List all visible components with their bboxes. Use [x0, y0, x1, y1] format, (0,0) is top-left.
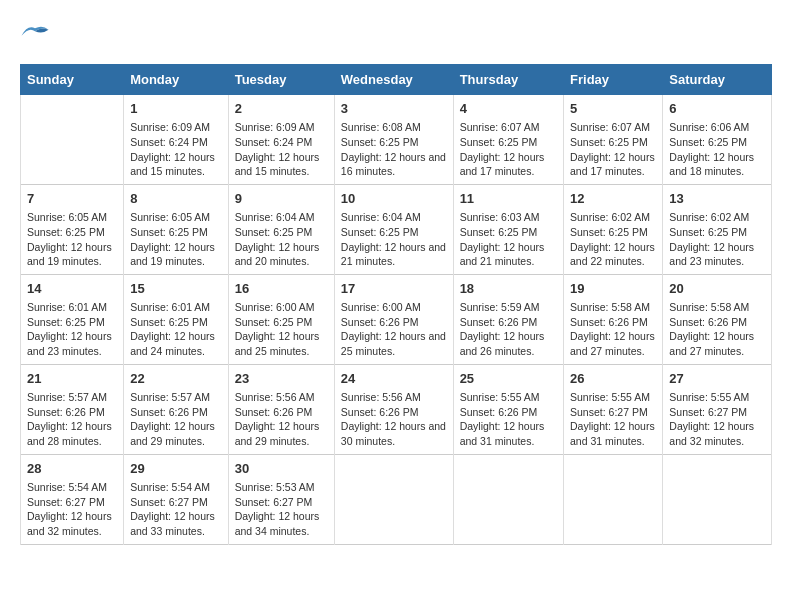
day-info: Sunrise: 6:02 AMSunset: 6:25 PMDaylight:… [669, 210, 765, 269]
calendar-cell: 4Sunrise: 6:07 AMSunset: 6:25 PMDaylight… [453, 95, 563, 185]
calendar-header-row: SundayMondayTuesdayWednesdayThursdayFrid… [21, 65, 772, 95]
day-info: Sunrise: 6:05 AMSunset: 6:25 PMDaylight:… [27, 210, 117, 269]
day-info: Sunrise: 5:56 AMSunset: 6:26 PMDaylight:… [341, 390, 447, 449]
day-info: Sunrise: 6:01 AMSunset: 6:25 PMDaylight:… [27, 300, 117, 359]
day-info: Sunrise: 6:00 AMSunset: 6:25 PMDaylight:… [235, 300, 328, 359]
day-number: 9 [235, 190, 328, 208]
day-info: Sunrise: 5:56 AMSunset: 6:26 PMDaylight:… [235, 390, 328, 449]
day-number: 3 [341, 100, 447, 118]
page-header [20, 20, 772, 48]
day-number: 13 [669, 190, 765, 208]
calendar-cell: 17Sunrise: 6:00 AMSunset: 6:26 PMDayligh… [334, 274, 453, 364]
calendar-cell: 10Sunrise: 6:04 AMSunset: 6:25 PMDayligh… [334, 184, 453, 274]
week-row-5: 28Sunrise: 5:54 AMSunset: 6:27 PMDayligh… [21, 454, 772, 544]
week-row-3: 14Sunrise: 6:01 AMSunset: 6:25 PMDayligh… [21, 274, 772, 364]
logo-bird-icon [20, 20, 50, 44]
calendar-cell: 14Sunrise: 6:01 AMSunset: 6:25 PMDayligh… [21, 274, 124, 364]
day-number: 23 [235, 370, 328, 388]
logo [20, 20, 54, 48]
day-info: Sunrise: 6:04 AMSunset: 6:25 PMDaylight:… [235, 210, 328, 269]
calendar-cell: 9Sunrise: 6:04 AMSunset: 6:25 PMDaylight… [228, 184, 334, 274]
calendar-cell: 6Sunrise: 6:06 AMSunset: 6:25 PMDaylight… [663, 95, 772, 185]
calendar-cell: 20Sunrise: 5:58 AMSunset: 6:26 PMDayligh… [663, 274, 772, 364]
col-header-thursday: Thursday [453, 65, 563, 95]
day-info: Sunrise: 5:58 AMSunset: 6:26 PMDaylight:… [570, 300, 656, 359]
day-number: 28 [27, 460, 117, 478]
day-number: 18 [460, 280, 557, 298]
calendar-table: SundayMondayTuesdayWednesdayThursdayFrid… [20, 64, 772, 545]
day-number: 15 [130, 280, 222, 298]
day-info: Sunrise: 6:09 AMSunset: 6:24 PMDaylight:… [130, 120, 222, 179]
day-number: 17 [341, 280, 447, 298]
calendar-cell: 23Sunrise: 5:56 AMSunset: 6:26 PMDayligh… [228, 364, 334, 454]
day-number: 20 [669, 280, 765, 298]
day-number: 27 [669, 370, 765, 388]
calendar-cell: 16Sunrise: 6:00 AMSunset: 6:25 PMDayligh… [228, 274, 334, 364]
day-number: 16 [235, 280, 328, 298]
calendar-cell: 5Sunrise: 6:07 AMSunset: 6:25 PMDaylight… [564, 95, 663, 185]
calendar-cell: 29Sunrise: 5:54 AMSunset: 6:27 PMDayligh… [124, 454, 229, 544]
day-info: Sunrise: 6:00 AMSunset: 6:26 PMDaylight:… [341, 300, 447, 359]
calendar-cell: 18Sunrise: 5:59 AMSunset: 6:26 PMDayligh… [453, 274, 563, 364]
day-info: Sunrise: 5:58 AMSunset: 6:26 PMDaylight:… [669, 300, 765, 359]
calendar-cell: 3Sunrise: 6:08 AMSunset: 6:25 PMDaylight… [334, 95, 453, 185]
calendar-cell: 22Sunrise: 5:57 AMSunset: 6:26 PMDayligh… [124, 364, 229, 454]
day-info: Sunrise: 5:55 AMSunset: 6:27 PMDaylight:… [669, 390, 765, 449]
day-info: Sunrise: 6:04 AMSunset: 6:25 PMDaylight:… [341, 210, 447, 269]
day-info: Sunrise: 6:07 AMSunset: 6:25 PMDaylight:… [460, 120, 557, 179]
day-number: 30 [235, 460, 328, 478]
calendar-cell: 13Sunrise: 6:02 AMSunset: 6:25 PMDayligh… [663, 184, 772, 274]
calendar-cell [453, 454, 563, 544]
day-info: Sunrise: 5:57 AMSunset: 6:26 PMDaylight:… [27, 390, 117, 449]
calendar-cell: 30Sunrise: 5:53 AMSunset: 6:27 PMDayligh… [228, 454, 334, 544]
day-number: 8 [130, 190, 222, 208]
day-info: Sunrise: 6:06 AMSunset: 6:25 PMDaylight:… [669, 120, 765, 179]
week-row-1: 1Sunrise: 6:09 AMSunset: 6:24 PMDaylight… [21, 95, 772, 185]
calendar-cell: 28Sunrise: 5:54 AMSunset: 6:27 PMDayligh… [21, 454, 124, 544]
col-header-tuesday: Tuesday [228, 65, 334, 95]
calendar-cell: 7Sunrise: 6:05 AMSunset: 6:25 PMDaylight… [21, 184, 124, 274]
day-info: Sunrise: 5:59 AMSunset: 6:26 PMDaylight:… [460, 300, 557, 359]
calendar-cell: 2Sunrise: 6:09 AMSunset: 6:24 PMDaylight… [228, 95, 334, 185]
day-info: Sunrise: 6:03 AMSunset: 6:25 PMDaylight:… [460, 210, 557, 269]
day-number: 11 [460, 190, 557, 208]
calendar-cell [21, 95, 124, 185]
day-info: Sunrise: 5:55 AMSunset: 6:27 PMDaylight:… [570, 390, 656, 449]
calendar-cell [564, 454, 663, 544]
day-number: 29 [130, 460, 222, 478]
col-header-sunday: Sunday [21, 65, 124, 95]
day-number: 25 [460, 370, 557, 388]
col-header-friday: Friday [564, 65, 663, 95]
day-number: 10 [341, 190, 447, 208]
day-number: 12 [570, 190, 656, 208]
calendar-cell [663, 454, 772, 544]
day-number: 14 [27, 280, 117, 298]
day-info: Sunrise: 6:05 AMSunset: 6:25 PMDaylight:… [130, 210, 222, 269]
calendar-cell: 27Sunrise: 5:55 AMSunset: 6:27 PMDayligh… [663, 364, 772, 454]
day-info: Sunrise: 5:54 AMSunset: 6:27 PMDaylight:… [130, 480, 222, 539]
calendar-cell: 15Sunrise: 6:01 AMSunset: 6:25 PMDayligh… [124, 274, 229, 364]
day-number: 1 [130, 100, 222, 118]
day-number: 2 [235, 100, 328, 118]
calendar-cell: 19Sunrise: 5:58 AMSunset: 6:26 PMDayligh… [564, 274, 663, 364]
calendar-cell: 21Sunrise: 5:57 AMSunset: 6:26 PMDayligh… [21, 364, 124, 454]
col-header-wednesday: Wednesday [334, 65, 453, 95]
calendar-cell: 24Sunrise: 5:56 AMSunset: 6:26 PMDayligh… [334, 364, 453, 454]
day-number: 26 [570, 370, 656, 388]
day-info: Sunrise: 6:01 AMSunset: 6:25 PMDaylight:… [130, 300, 222, 359]
day-info: Sunrise: 6:09 AMSunset: 6:24 PMDaylight:… [235, 120, 328, 179]
day-number: 7 [27, 190, 117, 208]
calendar-cell [334, 454, 453, 544]
day-number: 19 [570, 280, 656, 298]
calendar-cell: 8Sunrise: 6:05 AMSunset: 6:25 PMDaylight… [124, 184, 229, 274]
week-row-4: 21Sunrise: 5:57 AMSunset: 6:26 PMDayligh… [21, 364, 772, 454]
calendar-cell: 11Sunrise: 6:03 AMSunset: 6:25 PMDayligh… [453, 184, 563, 274]
day-number: 24 [341, 370, 447, 388]
day-number: 6 [669, 100, 765, 118]
day-info: Sunrise: 5:57 AMSunset: 6:26 PMDaylight:… [130, 390, 222, 449]
day-info: Sunrise: 5:55 AMSunset: 6:26 PMDaylight:… [460, 390, 557, 449]
day-number: 4 [460, 100, 557, 118]
day-info: Sunrise: 6:02 AMSunset: 6:25 PMDaylight:… [570, 210, 656, 269]
day-number: 5 [570, 100, 656, 118]
calendar-cell: 26Sunrise: 5:55 AMSunset: 6:27 PMDayligh… [564, 364, 663, 454]
